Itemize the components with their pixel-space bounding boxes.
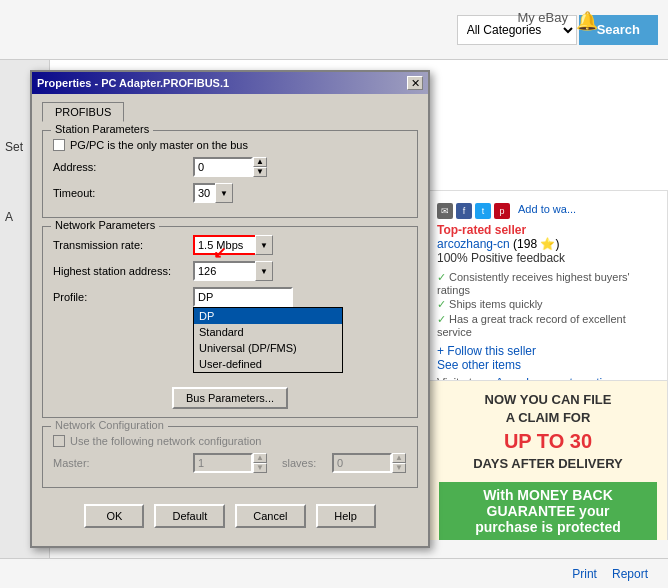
profile-selected-value: DP (198, 291, 213, 303)
timeout-row: Timeout: 30 ▼ (53, 183, 407, 203)
network-params-label: Network Parameters (51, 219, 159, 231)
highest-station-label: Highest station address: (53, 265, 193, 277)
default-button[interactable]: Default (154, 504, 225, 528)
master-spin-down: ▼ (253, 463, 267, 473)
profile-option-user[interactable]: User-defined (194, 356, 342, 372)
address-spin-up[interactable]: ▲ (253, 157, 267, 167)
dialog-close-button[interactable]: ✕ (407, 76, 423, 90)
transmission-select-container: 1.5 Mbps 9.6 Kbps 19.2 Kbps 500 Kbps 3 M… (193, 235, 273, 255)
profibus-tab[interactable]: PROFIBUS (42, 102, 124, 122)
address-spin-buttons: ▲ ▼ (253, 157, 267, 177)
dialog-titlebar: Properties - PC Adapter.PROFIBUS.1 ✕ (32, 72, 428, 94)
network-config-group: Network Configuration Use the following … (42, 426, 418, 488)
bus-parameters-button[interactable]: Bus Parameters... (172, 387, 288, 409)
profile-label: Profile: (53, 291, 193, 303)
highest-station-select-container: 126 2 4 8 16 32 64 ▼ (193, 261, 273, 281)
profile-dropdown: DP DP Standard Universal (DP/FMS) User-d… (193, 287, 293, 307)
slaves-spin-buttons: ▲ ▼ (392, 453, 406, 473)
network-config-label: Network Configuration (51, 419, 168, 431)
highest-station-select[interactable]: 126 2 4 8 16 32 64 (193, 261, 273, 281)
profile-option-universal[interactable]: Universal (DP/FMS) (194, 340, 342, 356)
station-params-label: Station Parameters (51, 123, 153, 135)
network-params-group: Network Parameters Transmission rate: 1.… (42, 226, 418, 418)
master-input-group: ▲ ▼ (193, 453, 267, 473)
timeout-select-container: 30 ▼ (193, 183, 233, 203)
network-config-checkbox-row: Use the following network configuration (53, 435, 407, 447)
transmission-row: Transmission rate: 1.5 Mbps 9.6 Kbps 19.… (53, 235, 407, 255)
transmission-select[interactable]: 1.5 Mbps 9.6 Kbps 19.2 Kbps 500 Kbps 3 M… (193, 235, 273, 255)
help-button[interactable]: Help (316, 504, 376, 528)
ok-button[interactable]: OK (84, 504, 144, 528)
master-checkbox[interactable] (53, 139, 65, 151)
timeout-label: Timeout: (53, 187, 193, 199)
transmission-label: Transmission rate: (53, 239, 193, 251)
master-spin-buttons: ▲ ▼ (253, 453, 267, 473)
address-input-group: ▲ ▼ (193, 157, 267, 177)
master-label: Master: (53, 457, 193, 469)
bus-params-row: Bus Parameters... (53, 387, 407, 409)
master-checkbox-label: PG/PC is the only master on the bus (70, 139, 248, 151)
properties-dialog: Properties - PC Adapter.PROFIBUS.1 ✕ PRO… (30, 70, 430, 548)
master-input (193, 453, 253, 473)
dialog-overlay: Properties - PC Adapter.PROFIBUS.1 ✕ PRO… (0, 0, 668, 588)
slaves-label: slaves: (282, 457, 332, 469)
dialog-tabs: PROFIBUS (42, 102, 418, 122)
slaves-spin-down: ▼ (392, 463, 406, 473)
red-arrow-icon: ↙ (213, 243, 226, 262)
address-input[interactable] (193, 157, 253, 177)
timeout-select[interactable]: 30 (193, 183, 233, 203)
profile-option-dp[interactable]: DP (194, 308, 342, 324)
profile-option-standard[interactable]: Standard (194, 324, 342, 340)
master-checkbox-row: PG/PC is the only master on the bus (53, 139, 407, 151)
slaves-spin-up: ▲ (392, 453, 406, 463)
profile-options-list: DP Standard Universal (DP/FMS) User-defi… (193, 307, 343, 373)
master-slaves-row: Master: ▲ ▼ slaves: ▲ ▼ (53, 453, 407, 473)
network-config-checkbox-label: Use the following network configuration (70, 435, 261, 447)
profile-row: Profile: DP DP Standard Universal (DP/FM… (53, 287, 407, 307)
dialog-title: Properties - PC Adapter.PROFIBUS.1 (37, 77, 229, 89)
address-row: Address: ▲ ▼ (53, 157, 407, 177)
address-label: Address: (53, 161, 193, 173)
dialog-body: PROFIBUS Station Parameters PG/PC is the… (32, 94, 428, 546)
highest-station-row: Highest station address: 126 2 4 8 16 32… (53, 261, 407, 281)
slaves-input (332, 453, 392, 473)
slaves-input-group: ▲ ▼ (332, 453, 406, 473)
network-config-checkbox (53, 435, 65, 447)
station-params-group: Station Parameters PG/PC is the only mas… (42, 130, 418, 218)
address-spin-down[interactable]: ▼ (253, 167, 267, 177)
cancel-button[interactable]: Cancel (235, 504, 305, 528)
dialog-footer: OK Default Cancel Help (42, 496, 418, 538)
profile-select-box[interactable]: DP (193, 287, 293, 307)
master-spin-up: ▲ (253, 453, 267, 463)
